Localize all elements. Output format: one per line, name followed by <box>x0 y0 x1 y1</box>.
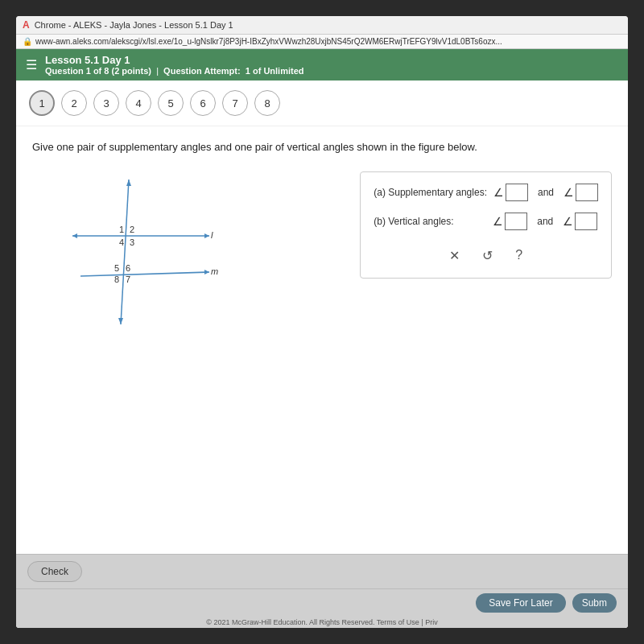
supplementary-and: and <box>538 187 554 198</box>
label-5: 5 <box>114 263 119 273</box>
svg-marker-5 <box>204 270 209 275</box>
header-text: Lesson 5.1 Day 1 Question 1 of 8 (2 poin… <box>45 54 304 76</box>
aleks-header: ☰ Lesson 5.1 Day 1 Question 1 of 8 (2 po… <box>16 49 628 80</box>
line-l-label: l <box>211 230 213 240</box>
question-info: Question 1 of 8 (2 points) | Question At… <box>45 66 304 76</box>
url-text: www-awn.aleks.com/alekscgi/x/lsl.exe/1o_… <box>35 37 502 46</box>
lock-icon: 🔒 <box>23 37 32 46</box>
nav-btn-6[interactable]: 6 <box>190 90 216 116</box>
answer-box: (a) Supplementary angles: ∠ and ∠ <box>360 171 612 279</box>
line-m-label: m <box>211 266 218 276</box>
label-7: 7 <box>126 275 130 284</box>
figure-container: 1 2 4 3 5 6 8 7 l m <box>32 171 344 336</box>
check-button[interactable]: Check <box>27 561 82 582</box>
label-3: 3 <box>130 237 134 247</box>
vertical-box-2[interactable] <box>575 213 597 230</box>
angle-symbol-1b: ∠ <box>564 186 574 199</box>
submit-button[interactable]: Subm <box>572 593 617 613</box>
svg-marker-2 <box>204 233 209 238</box>
label-2: 2 <box>130 225 134 234</box>
supplementary-input-2: ∠ <box>564 184 598 201</box>
vertical-label: (b) Vertical angles: <box>374 216 486 227</box>
bottom-bar: Check <box>16 554 628 588</box>
save-later-button[interactable]: Save For Later <box>476 593 565 613</box>
svg-marker-6 <box>126 180 131 186</box>
vertical-row: (b) Vertical angles: ∠ and ∠ <box>374 213 598 230</box>
lesson-title: Lesson 5.1 Day 1 <box>45 54 304 66</box>
label-8: 8 <box>114 275 119 284</box>
help-button[interactable]: ? <box>510 245 527 266</box>
nav-btn-8[interactable]: 8 <box>254 90 280 116</box>
angle-symbol-2b: ∠ <box>563 215 573 228</box>
question-text: Give one pair of supplementary angles an… <box>32 139 612 155</box>
supplementary-row: (a) Supplementary angles: ∠ and ∠ <box>374 184 598 201</box>
nav-btn-7[interactable]: 7 <box>222 90 248 116</box>
supplementary-box-2[interactable] <box>576 184 598 201</box>
main-content: 1 2 3 4 5 6 7 8 Give one pair of supplem… <box>16 80 628 628</box>
svg-marker-7 <box>118 318 123 324</box>
svg-marker-3 <box>72 233 77 238</box>
chrome-icon: A <box>23 19 30 31</box>
title-bar: A Chrome - ALEKS - Jayla Jones - Lesson … <box>16 16 628 35</box>
vertical-and: and <box>537 216 553 227</box>
question-area: Give one pair of supplementary angles an… <box>16 126 628 554</box>
action-row: ✕ ↺ ? <box>374 242 598 266</box>
footer-bar: Save For Later Subm <box>16 588 628 617</box>
angle-symbol-2a: ∠ <box>493 215 503 228</box>
clear-button[interactable]: ✕ <box>444 245 464 266</box>
label-1: 1 <box>119 225 124 234</box>
url-bar: 🔒 www-awn.aleks.com/alekscgi/x/lsl.exe/1… <box>16 35 628 49</box>
nav-btn-1[interactable]: 1 <box>29 90 55 116</box>
vertical-input-2: ∠ <box>563 213 597 230</box>
vertical-input-1: ∠ <box>493 213 527 230</box>
label-6: 6 <box>126 263 130 273</box>
nav-btn-3[interactable]: 3 <box>93 90 119 116</box>
question-nav: 1 2 3 4 5 6 7 8 <box>16 80 628 126</box>
label-4: 4 <box>119 237 124 247</box>
vertical-box-1[interactable] <box>505 213 527 230</box>
title-text: Chrome - ALEKS - Jayla Jones - Lesson 5.… <box>35 20 233 30</box>
copyright: © 2021 McGraw-Hill Education. All Rights… <box>16 617 628 628</box>
supplementary-box-1[interactable] <box>506 184 528 201</box>
nav-btn-4[interactable]: 4 <box>126 90 151 116</box>
hamburger-menu[interactable]: ☰ <box>26 57 37 72</box>
angle-symbol-1a: ∠ <box>493 186 504 199</box>
geometry-figure: 1 2 4 3 5 6 8 7 l m <box>32 171 242 332</box>
svg-line-4 <box>80 272 209 276</box>
supplementary-label: (a) Supplementary angles: <box>374 187 487 198</box>
figure-answer-row: 1 2 4 3 5 6 8 7 l m <box>32 171 612 336</box>
nav-btn-2[interactable]: 2 <box>61 90 87 116</box>
undo-button[interactable]: ↺ <box>477 245 497 266</box>
supplementary-input-1: ∠ <box>493 184 528 201</box>
nav-btn-5[interactable]: 5 <box>158 90 184 116</box>
svg-line-0 <box>121 180 129 324</box>
